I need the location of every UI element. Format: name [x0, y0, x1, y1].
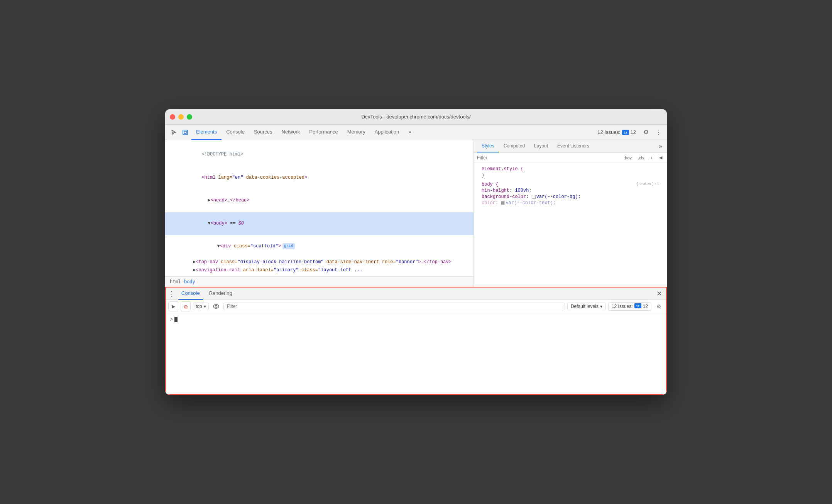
drawer-tab-console[interactable]: Console	[178, 288, 203, 300]
div-close: >	[278, 244, 281, 249]
tab-memory[interactable]: Memory	[343, 125, 370, 140]
cursor-tool-button[interactable]	[168, 127, 179, 138]
head-tag: <head>	[211, 198, 227, 203]
nav-tag: <top-nav	[196, 259, 221, 265]
head-close: </head>	[230, 198, 249, 203]
styles-tab-more[interactable]: »	[657, 141, 664, 151]
settings-button[interactable]: ⚙	[641, 127, 651, 138]
devtools-toolbar: Elements Console Sources Network Perform…	[165, 125, 667, 140]
breadcrumb-body[interactable]: body	[183, 278, 197, 285]
maximize-button[interactable]	[187, 114, 192, 120]
tab-event-listeners[interactable]: Event Listeners	[553, 140, 594, 152]
element-style-selector[interactable]: element.style {	[477, 166, 664, 172]
bg-color-swatch[interactable]	[532, 195, 536, 199]
color-swatch[interactable]	[501, 201, 505, 205]
tab-network[interactable]: Network	[277, 125, 305, 140]
issues-label: 12 Issues:	[597, 129, 620, 135]
context-chevron: ▾	[204, 304, 206, 309]
breadcrumb-bar: html body	[165, 276, 473, 287]
nav-attr: class=	[221, 259, 237, 265]
dom-doctype[interactable]: <!DOCTYPE html>	[165, 143, 473, 166]
svg-text:12: 12	[624, 131, 627, 134]
window-title: DevTools - developer.chrome.com/docs/dev…	[361, 114, 470, 120]
breadcrumb-html[interactable]: html	[168, 278, 183, 285]
html-tag: <html	[201, 175, 218, 180]
console-settings-button[interactable]: ⚙	[654, 301, 664, 311]
tab-performance[interactable]: Performance	[304, 125, 342, 140]
execute-button[interactable]: ▶	[168, 301, 178, 311]
styles-panel: Styles Computed Layout Event Listeners »…	[474, 140, 667, 287]
console-issues-label: 12 Issues:	[612, 304, 633, 309]
console-issues-badge: 12	[634, 303, 641, 310]
dom-div-scaffold[interactable]: ▼<div class="scaffold">grid	[165, 235, 473, 258]
dom-tree[interactable]: <!DOCTYPE html> <html lang="en" data-coo…	[165, 140, 473, 276]
console-toolbar: ▶ ⊘ top ▾ Default levels	[165, 300, 667, 313]
styles-filter-input[interactable]	[477, 155, 619, 161]
toggle-button[interactable]: ◀	[658, 154, 664, 161]
dom-navigation-rail[interactable]: ▶<navigation-rail aria-label="primary" c…	[165, 266, 473, 274]
issues-count: 12	[631, 129, 636, 135]
console-issues-button[interactable]: 12 Issues: 12 12	[608, 302, 651, 311]
doctype-text: <!DOCTYPE html>	[201, 152, 243, 157]
more-options-button[interactable]: ⋮	[653, 127, 664, 138]
inspect-tool-button[interactable]	[180, 127, 191, 138]
hov-button[interactable]: :hov	[622, 155, 633, 161]
element-style-rule: element.style { }	[477, 166, 664, 178]
nav-val: "display-block hairline-bottom"	[237, 259, 323, 265]
toolbar-right: 12 Issues: 12 12 ⚙ ⋮	[594, 127, 664, 138]
tab-layout[interactable]: Layout	[529, 140, 553, 152]
eye-button[interactable]	[211, 301, 221, 311]
title-bar: DevTools - developer.chrome.com/docs/dev…	[165, 109, 667, 125]
body-expand: ▼	[208, 221, 210, 226]
drawer-tab-rendering[interactable]: Rendering	[206, 288, 235, 300]
body-tag: <body>	[211, 221, 227, 226]
add-style-button[interactable]: +	[649, 155, 654, 161]
svg-rect-1	[184, 131, 186, 134]
block-button[interactable]: ⊘	[181, 301, 191, 311]
context-label: top	[196, 304, 202, 309]
dom-html[interactable]: <html lang="en" data-cookies-accepted>	[165, 166, 473, 189]
tab-styles[interactable]: Styles	[477, 140, 499, 152]
tab-more[interactable]: »	[404, 125, 416, 140]
issues-button[interactable]: 12 Issues: 12 12	[594, 128, 639, 137]
body-style-selector[interactable]: body { (index):1	[477, 181, 664, 188]
body-background[interactable]: background-color: var(--color-bg);	[477, 194, 664, 200]
drawer-dots-menu[interactable]: ⋮	[168, 290, 175, 297]
dom-top-nav[interactable]: ▶<top-nav class="display-block hairline-…	[165, 258, 473, 266]
div-expand: ▼	[217, 244, 220, 249]
close-button[interactable]	[170, 114, 175, 120]
nav-val3: "banner"	[396, 259, 418, 265]
tab-sources[interactable]: Sources	[249, 125, 277, 140]
execute-icon: ▶	[172, 304, 175, 309]
tab-elements[interactable]: Elements	[191, 125, 222, 140]
levels-button[interactable]: Default levels ▾	[567, 303, 606, 310]
dom-body[interactable]: ▼<body> == $0	[165, 212, 473, 235]
minimize-button[interactable]	[178, 114, 184, 120]
console-content[interactable]: >	[165, 313, 667, 395]
drawer-toolbar: ⋮ Console Rendering ✕	[165, 288, 667, 300]
context-selector[interactable]: top ▾	[193, 303, 209, 310]
html-attr-val: "en"	[232, 175, 244, 180]
cls-button[interactable]: .cls	[636, 155, 646, 161]
levels-label: Default levels	[571, 304, 599, 309]
dom-head[interactable]: ▶<head>…</head>	[165, 189, 473, 212]
drawer-close-button[interactable]: ✕	[655, 288, 664, 299]
traffic-lights	[170, 114, 192, 120]
levels-chevron: ▾	[600, 304, 602, 309]
console-issues-num: 12	[643, 304, 648, 309]
svg-rect-0	[183, 130, 188, 135]
svg-point-5	[215, 306, 217, 308]
rail-val2: "layout-left ...	[318, 267, 362, 273]
head-expand: ▶	[208, 198, 210, 203]
tab-application[interactable]: Application	[370, 125, 404, 140]
rail-attr2: class=	[299, 267, 318, 273]
tab-computed[interactable]: Computed	[499, 140, 529, 152]
tab-console[interactable]: Console	[222, 125, 249, 140]
elements-panel: <!DOCTYPE html> <html lang="en" data-coo…	[165, 140, 474, 287]
styles-content: element.style { } body { (index):1	[474, 163, 667, 287]
console-filter-input[interactable]	[223, 303, 565, 310]
devtools-panel: Elements Console Sources Network Perform…	[165, 125, 667, 395]
body-min-height[interactable]: min-height: 100vh;	[477, 188, 664, 194]
nav-close: >…</top-nav>	[418, 259, 451, 265]
body-color[interactable]: color: var(--color-text);	[477, 200, 664, 206]
